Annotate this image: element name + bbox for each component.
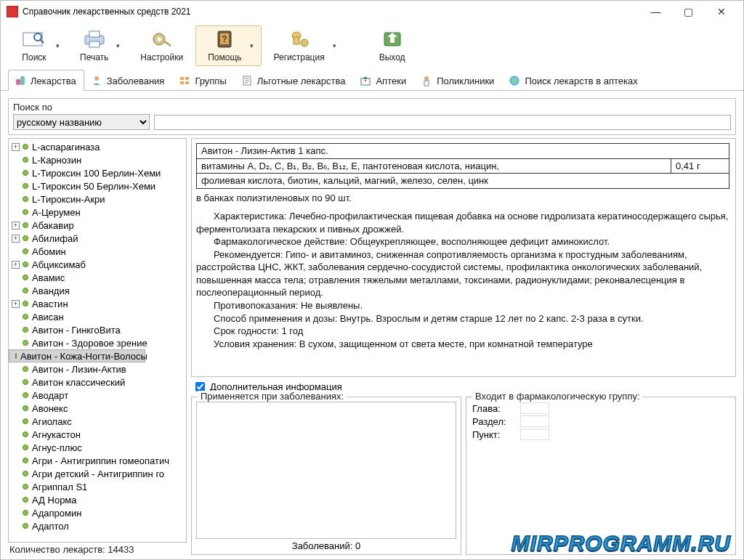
tree-item-label: Абомин: [32, 246, 66, 257]
expand-icon[interactable]: +: [12, 261, 20, 269]
tree-item[interactable]: Авитон классический: [9, 376, 186, 389]
tab-1[interactable]: Заболевания: [84, 70, 173, 90]
tree-item[interactable]: Агри детский - Антигриппин го: [9, 467, 186, 480]
tree-item[interactable]: Авитон - Лизин-Актив: [9, 362, 186, 376]
tab-icon: [421, 75, 432, 86]
group-value: [520, 402, 549, 414]
composition-title: Авитон - Лизин-Актив 1 капс.: [197, 144, 729, 159]
bullet-icon: [23, 340, 28, 346]
tab-4[interactable]: Аптеки: [353, 70, 414, 90]
toolbar-печать[interactable]: Печать▾: [68, 25, 128, 66]
tree-item-label: АД Норма: [32, 495, 77, 506]
tree-item[interactable]: Агриппал S1: [9, 480, 186, 493]
svg-text:?: ?: [222, 34, 227, 44]
tree-item[interactable]: Авитон - Здоровое зрение: [9, 336, 186, 349]
tab-0[interactable]: Лекарства: [8, 70, 84, 91]
composition-amount: 0,41 г: [671, 158, 729, 174]
tree-item[interactable]: Авандия: [9, 284, 186, 297]
bullet-icon: [23, 392, 28, 398]
group-value: [520, 429, 549, 440]
tree-item[interactable]: Агнукастон: [9, 428, 186, 441]
tree-item[interactable]: L-Тироксин 100 Берлин-Хеми: [9, 166, 186, 179]
tree-item[interactable]: Аводарт: [9, 389, 186, 402]
svg-rect-20: [185, 77, 189, 80]
tree-item-label: L-Карнозин: [32, 155, 81, 166]
tree-item-label: L-аспарагиназа: [32, 142, 100, 153]
close-button[interactable]: ✕: [705, 1, 737, 22]
tree-item-label: L-Тироксин-Акри: [32, 194, 105, 205]
minimize-button[interactable]: —: [639, 1, 672, 22]
search-panel: Поиск по русскому названию: [8, 98, 736, 135]
tree-item[interactable]: L-Тироксин-Акри: [9, 192, 186, 206]
bullet-icon: [23, 261, 28, 267]
svg-rect-8: [163, 40, 171, 46]
bullet-icon: [23, 418, 28, 424]
tree-item[interactable]: Агри - Антигриппин гомеопатич: [9, 454, 186, 467]
tree-item[interactable]: Авонекс: [9, 402, 186, 415]
tree-item[interactable]: Агиолакс: [9, 415, 186, 428]
bullet-icon: [23, 222, 28, 228]
tree-item-label: Авамис: [32, 272, 65, 283]
diseases-legend: Применяется при заболеваниях:: [198, 391, 347, 402]
tab-3[interactable]: Льготные лекарства: [235, 70, 354, 90]
bullet-icon: [23, 366, 28, 372]
bullet-icon: [15, 353, 17, 359]
detail-paragraph: Противопоказания: Не выявлены.: [196, 299, 729, 312]
toolbar-поиск[interactable]: Поиск▾: [8, 25, 68, 66]
tree-item[interactable]: Авамис: [9, 271, 186, 284]
bullet-icon: [23, 301, 28, 307]
toolbar-icon: [20, 29, 48, 49]
tree-item[interactable]: Адапромин: [9, 506, 186, 519]
maximize-button[interactable]: ▢: [672, 1, 705, 22]
expand-icon[interactable]: +: [12, 300, 20, 308]
toolbar-регистрация[interactable]: Регистрация▾: [262, 25, 344, 66]
tree-item-label: Агри детский - Антигриппин го: [32, 468, 164, 479]
tree-item-label: Авитон - Кожа-Ногти-Волосы: [20, 351, 147, 362]
toolbar-помощь[interactable]: ?Помощь▾: [195, 25, 261, 66]
tree-item[interactable]: Авитон - Кожа-Ногти-Волосы: [9, 349, 145, 362]
tree-item[interactable]: +Абакавир: [9, 219, 186, 232]
group-row: Пункт:: [471, 428, 731, 441]
tree-item[interactable]: Ависан: [9, 310, 186, 323]
chevron-down-icon: ▾: [250, 42, 254, 49]
bullet-icon: [23, 275, 28, 280]
tree-item[interactable]: А-Церумен: [9, 206, 186, 219]
tree-item[interactable]: Абомин: [9, 245, 186, 258]
bullet-icon: [23, 183, 28, 189]
tree-item[interactable]: АД Норма: [9, 493, 186, 506]
tree-item[interactable]: Агнус-плюс: [9, 441, 186, 454]
tab-6[interactable]: Поиск лекарств в аптеках: [502, 70, 645, 90]
tree-item-label: Агри - Антигриппин гомеопатич: [32, 455, 169, 466]
drug-tree[interactable]: +L-аспарагиназаL-КарнозинL-Тироксин 100 …: [8, 138, 187, 543]
tree-item[interactable]: Авитон - ГинкгоВита: [9, 323, 186, 336]
expand-icon[interactable]: +: [12, 222, 20, 230]
group-key: Пункт:: [472, 429, 519, 440]
tree-item[interactable]: L-Тироксин 50 Берлин-Хеми: [9, 179, 186, 192]
bullet-icon: [23, 157, 28, 163]
tree-item-label: Адапромин: [32, 508, 81, 519]
tree-item[interactable]: Адаптол: [9, 519, 186, 532]
toolbar-выход[interactable]: Выход: [366, 25, 418, 66]
bullet-icon: [23, 458, 28, 463]
search-type-select[interactable]: русскому названию: [13, 114, 150, 130]
bullet-icon: [23, 170, 28, 176]
tree-item[interactable]: +L-аспарагиназа: [9, 140, 186, 153]
chevron-down-icon: ▾: [333, 42, 336, 49]
search-input[interactable]: [154, 115, 731, 130]
tree-item[interactable]: +Абилифай: [9, 232, 186, 245]
tab-5[interactable]: Поликлиники: [414, 70, 502, 90]
detail-pane[interactable]: Авитон - Лизин-Актив 1 капс. витамины A,…: [191, 138, 736, 377]
expand-icon[interactable]: +: [12, 235, 20, 243]
toolbar-label: Регистрация: [274, 52, 325, 62]
expand-icon[interactable]: +: [12, 143, 20, 151]
toolbar-настройки[interactable]: Настройки: [128, 25, 195, 66]
tree-item[interactable]: +Авастин: [9, 297, 186, 310]
tab-2[interactable]: Группы: [172, 70, 234, 90]
tree-item-label: L-Тироксин 50 Берлин-Хеми: [32, 181, 155, 192]
search-label: Поиск по: [13, 102, 731, 113]
diseases-list[interactable]: [196, 402, 456, 539]
toolbar-label: Настройки: [140, 52, 183, 62]
tree-item[interactable]: +Абциксимаб: [9, 258, 186, 271]
app-icon: [7, 6, 18, 17]
tree-item[interactable]: L-Карнозин: [9, 153, 186, 166]
